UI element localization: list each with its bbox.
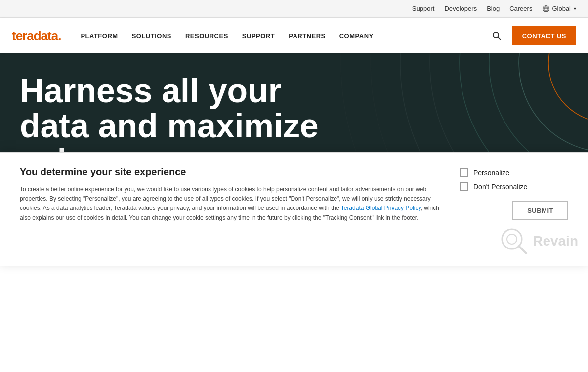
careers-link[interactable]: Careers [509, 5, 532, 12]
utility-bar: Support Developers Blog Careers Global ▾ [0, 0, 588, 18]
support-link[interactable]: Support [412, 5, 435, 12]
search-icon[interactable] [489, 28, 504, 43]
globe-icon [542, 5, 550, 13]
personalize-option: Personalize [460, 168, 509, 177]
svg-line-6 [498, 37, 501, 40]
revain-watermark: Revain [499, 226, 578, 256]
cookie-right: Personalize Don't Personalize SUBMIT [460, 166, 568, 220]
cookie-overlay: You determine your site experience To cr… [0, 152, 588, 266]
dont-personalize-checkbox[interactable] [460, 182, 468, 191]
privacy-policy-link[interactable]: Teradata Global Privacy Policy [341, 205, 421, 211]
logo[interactable]: teradata. [12, 28, 61, 43]
svg-point-17 [507, 234, 517, 244]
nav-support[interactable]: SUPPORT [242, 32, 275, 40]
main-nav: teradata. PLATFORM SOLUTIONS RESOURCES S… [0, 18, 588, 53]
cookie-left: You determine your site experience To cr… [20, 166, 460, 223]
nav-solutions[interactable]: SOLUTIONS [132, 32, 171, 40]
nav-links: PLATFORM SOLUTIONS RESOURCES SUPPORT PAR… [81, 32, 484, 40]
developers-link[interactable]: Developers [444, 5, 477, 12]
dont-personalize-option: Don't Personalize [460, 182, 527, 191]
blog-link[interactable]: Blog [487, 5, 500, 12]
contact-us-button[interactable]: CONTACT US [512, 26, 576, 45]
global-selector[interactable]: Global ▾ [542, 5, 576, 13]
svg-line-16 [519, 246, 526, 253]
cookie-body: To create a better online experience for… [20, 185, 440, 223]
nav-company[interactable]: COMPANY [339, 32, 374, 40]
svg-point-8 [519, 53, 588, 152]
nav-platform[interactable]: PLATFORM [81, 32, 118, 40]
personalize-label: Personalize [473, 169, 509, 177]
nav-resources[interactable]: RESOURCES [185, 32, 228, 40]
revain-text: Revain [533, 233, 578, 249]
cookie-title: You determine your site experience [20, 166, 440, 178]
global-label: Global [552, 5, 571, 12]
personalize-checkbox[interactable] [460, 168, 468, 177]
dont-personalize-label: Don't Personalize [473, 183, 527, 191]
revain-logo-icon [499, 226, 529, 256]
nav-partners[interactable]: PARTNERS [289, 32, 326, 40]
chevron-down-icon: ▾ [574, 6, 576, 11]
submit-button[interactable]: SUBMIT [512, 201, 568, 220]
svg-point-7 [548, 53, 588, 123]
